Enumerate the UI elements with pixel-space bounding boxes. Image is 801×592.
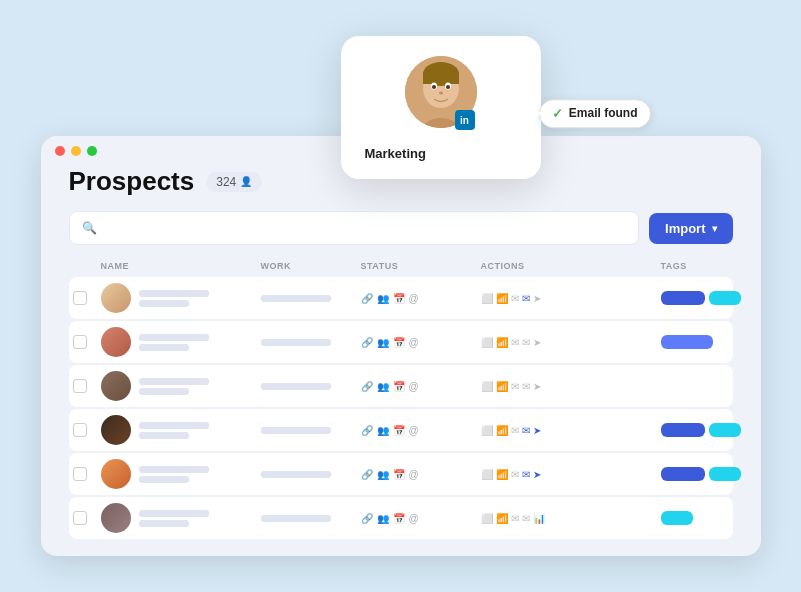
row-checkbox[interactable] — [73, 291, 87, 305]
action-5[interactable]: ➤ — [533, 337, 541, 348]
calendar-icon[interactable]: 📅 — [393, 425, 405, 436]
link-icon[interactable]: 🔗 — [361, 513, 373, 524]
svg-point-8 — [446, 85, 450, 89]
action-5[interactable]: ➤ — [533, 381, 541, 392]
name-lines — [139, 422, 209, 439]
link-icon[interactable]: 🔗 — [361, 337, 373, 348]
col-actions: ACTIONS — [481, 261, 661, 271]
name-line-1 — [139, 290, 209, 297]
action-4[interactable]: ✉ — [522, 381, 530, 392]
name-line-2 — [139, 344, 189, 351]
action-2[interactable]: 📶 — [496, 337, 508, 348]
action-4[interactable]: ✉ — [522, 293, 530, 304]
people-icon[interactable]: 👥 — [377, 337, 389, 348]
action-4[interactable]: ✉ — [522, 469, 530, 480]
col-work: WORK — [261, 261, 361, 271]
search-box[interactable]: 🔍 — [69, 211, 640, 245]
action-4[interactable]: ✉ — [522, 513, 530, 524]
action-1[interactable]: ⬜ — [481, 469, 493, 480]
action-5[interactable]: 📊 — [533, 513, 545, 524]
action-3[interactable]: ✉ — [511, 469, 519, 480]
close-dot[interactable] — [55, 146, 65, 156]
at-icon[interactable]: @ — [409, 293, 419, 304]
action-1[interactable]: ⬜ — [481, 425, 493, 436]
action-1[interactable]: ⬜ — [481, 513, 493, 524]
work-cell — [261, 383, 361, 390]
action-4[interactable]: ✉ — [522, 425, 530, 436]
people-icon[interactable]: 👥 — [377, 381, 389, 392]
table-row: 🔗 👥 📅 @ ⬜ 📶 ✉ ✉ ➤ — [69, 277, 733, 319]
tag — [709, 291, 741, 305]
action-2[interactable]: 📶 — [496, 293, 508, 304]
action-2[interactable]: 📶 — [496, 381, 508, 392]
calendar-icon[interactable]: 📅 — [393, 513, 405, 524]
link-icon[interactable]: 🔗 — [361, 293, 373, 304]
action-5[interactable]: ➤ — [533, 469, 541, 480]
avatar — [101, 371, 131, 401]
at-icon[interactable]: @ — [409, 425, 419, 436]
action-4[interactable]: ✉ — [522, 337, 530, 348]
link-icon[interactable]: 🔗 — [361, 381, 373, 392]
row-checkbox[interactable] — [73, 379, 87, 393]
page-title: Prospects — [69, 166, 195, 197]
people-icon[interactable]: 👥 — [377, 469, 389, 480]
row-checkbox[interactable] — [73, 335, 87, 349]
at-icon[interactable]: @ — [409, 381, 419, 392]
at-icon[interactable]: @ — [409, 469, 419, 480]
actions-cell: ⬜ 📶 ✉ ✉ ➤ — [481, 469, 661, 480]
name-line-2 — [139, 476, 189, 483]
work-cell — [261, 339, 361, 346]
row-checkbox[interactable] — [73, 511, 87, 525]
action-2[interactable]: 📶 — [496, 513, 508, 524]
tags-cell — [661, 467, 761, 481]
people-icon[interactable]: 👥 — [377, 425, 389, 436]
name-line-1 — [139, 378, 209, 385]
maximize-dot[interactable] — [87, 146, 97, 156]
link-icon[interactable]: 🔗 — [361, 425, 373, 436]
tags-cell — [661, 291, 761, 305]
action-3[interactable]: ✉ — [511, 425, 519, 436]
name-cell — [101, 415, 261, 445]
calendar-icon[interactable]: 📅 — [393, 381, 405, 392]
at-icon[interactable]: @ — [409, 513, 419, 524]
action-2[interactable]: 📶 — [496, 425, 508, 436]
import-button[interactable]: Import ▾ — [649, 213, 732, 244]
actions-cell: ⬜ 📶 ✉ ✉ 📊 — [481, 513, 661, 524]
row-checkbox[interactable] — [73, 423, 87, 437]
calendar-icon[interactable]: 📅 — [393, 293, 405, 304]
people-icon[interactable]: 👥 — [377, 513, 389, 524]
name-cell — [101, 371, 261, 401]
tag — [661, 511, 693, 525]
action-3[interactable]: ✉ — [511, 293, 519, 304]
work-line — [261, 471, 331, 478]
row-checkbox[interactable] — [73, 467, 87, 481]
action-1[interactable]: ⬜ — [481, 381, 493, 392]
avatar — [101, 327, 131, 357]
work-line — [261, 515, 331, 522]
link-icon[interactable]: 🔗 — [361, 469, 373, 480]
minimize-dot[interactable] — [71, 146, 81, 156]
table-row: 🔗 👥 📅 @ ⬜ 📶 ✉ ✉ ➤ — [69, 409, 733, 451]
search-input[interactable] — [103, 220, 627, 236]
tag — [661, 423, 705, 437]
svg-point-7 — [432, 85, 436, 89]
action-3[interactable]: ✉ — [511, 381, 519, 392]
avatar — [101, 503, 131, 533]
name-lines — [139, 378, 209, 395]
action-5[interactable]: ➤ — [533, 293, 541, 304]
action-3[interactable]: ✉ — [511, 337, 519, 348]
name-cell — [101, 327, 261, 357]
calendar-icon[interactable]: 📅 — [393, 337, 405, 348]
action-2[interactable]: 📶 — [496, 469, 508, 480]
people-icon[interactable]: 👥 — [377, 293, 389, 304]
action-1[interactable]: ⬜ — [481, 293, 493, 304]
action-5[interactable]: ➤ — [533, 425, 541, 436]
work-line — [261, 295, 331, 302]
tags-cell — [661, 335, 761, 349]
calendar-icon[interactable]: 📅 — [393, 469, 405, 480]
action-1[interactable]: ⬜ — [481, 337, 493, 348]
avatar — [101, 415, 131, 445]
import-label: Import — [665, 221, 705, 236]
at-icon[interactable]: @ — [409, 337, 419, 348]
action-3[interactable]: ✉ — [511, 513, 519, 524]
